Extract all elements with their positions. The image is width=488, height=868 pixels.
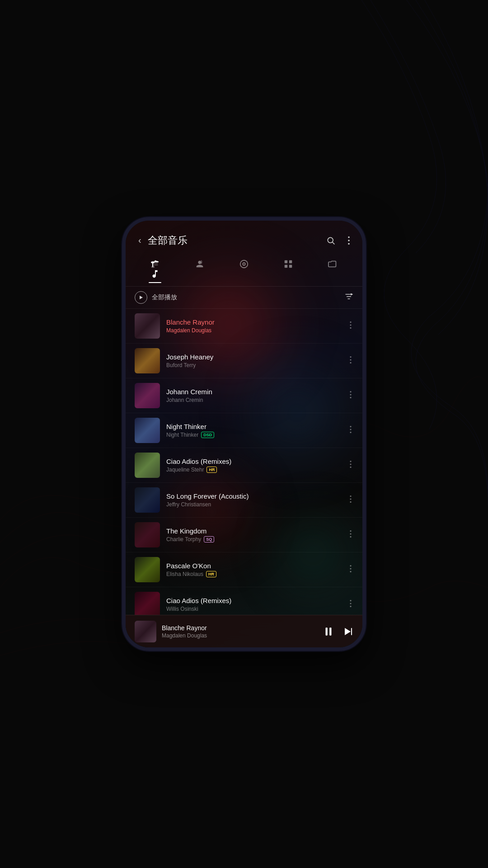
- svg-rect-42: [326, 627, 328, 635]
- more-menu-button[interactable]: [346, 235, 352, 246]
- quality-badge: HR: [206, 467, 217, 473]
- song-artist: Elisha Nikolaus HR: [166, 571, 342, 577]
- song-more-button[interactable]: [348, 492, 353, 509]
- svg-point-39: [350, 600, 351, 601]
- now-playing-info: Blanche Raynor Magdalen Douglas: [162, 624, 317, 639]
- now-playing-bar[interactable]: Blanche Raynor Magdalen Douglas: [126, 615, 362, 647]
- svg-point-27: [350, 461, 351, 462]
- song-more-button[interactable]: [348, 596, 353, 613]
- search-button[interactable]: [324, 234, 337, 247]
- svg-point-20: [350, 362, 351, 363]
- song-title: Joseph Heaney: [166, 353, 342, 361]
- now-playing-thumb: [135, 621, 156, 642]
- now-playing-title: Blanche Raynor: [162, 624, 317, 632]
- song-info: The Kingdom Charlie Torphy SQ: [166, 527, 342, 542]
- list-item[interactable]: Ciao Adios (Remixes) Jaqueline Stehr HR: [126, 448, 362, 483]
- song-title: Ciao Adios (Remixes): [166, 597, 342, 604]
- list-item[interactable]: Joseph Heaney Buford Terry: [126, 344, 362, 378]
- song-info: So Long Forever (Acoustic) Jeffry Christ…: [166, 492, 342, 508]
- song-more-button[interactable]: [348, 353, 353, 369]
- svg-marker-11: [140, 296, 143, 299]
- list-item[interactable]: The Kingdom Charlie Torphy SQ: [126, 518, 362, 552]
- song-thumbnail: [135, 313, 160, 339]
- svg-point-38: [350, 571, 351, 572]
- list-item[interactable]: Johann Cremin Johann Cremin: [126, 378, 362, 413]
- svg-point-40: [350, 603, 351, 604]
- svg-point-17: [350, 327, 351, 328]
- svg-point-25: [350, 429, 351, 430]
- svg-point-32: [350, 501, 351, 502]
- svg-point-34: [350, 533, 351, 534]
- song-artist: Johann Cremin: [166, 397, 342, 403]
- svg-point-35: [350, 536, 351, 537]
- song-artist: Buford Terry: [166, 362, 342, 368]
- svg-point-30: [350, 495, 351, 497]
- song-more-button[interactable]: [348, 422, 353, 439]
- svg-rect-7: [285, 260, 287, 263]
- svg-point-4: [348, 243, 350, 245]
- play-all-bar[interactable]: 全部播放: [126, 287, 362, 309]
- song-more-button[interactable]: [348, 318, 353, 335]
- song-more-button[interactable]: [348, 527, 353, 543]
- svg-point-21: [350, 391, 351, 392]
- song-info: Ciao Adios (Remixes) Jaqueline Stehr HR: [166, 458, 342, 473]
- song-title: Johann Cremin: [166, 388, 342, 396]
- list-item[interactable]: So Long Forever (Acoustic) Jeffry Christ…: [126, 483, 362, 518]
- tab-active-indicator: [149, 282, 161, 283]
- header-left: ‹ 全部音乐: [136, 233, 188, 247]
- song-thumbnail: [135, 592, 160, 615]
- song-info: Joseph Heaney Buford Terry: [166, 353, 342, 368]
- list-item[interactable]: Night Thinker Night Thinker DSD: [126, 413, 362, 448]
- song-info: Ciao Adios (Remixes) Willis Osinski: [166, 597, 342, 612]
- skip-next-button[interactable]: [343, 626, 353, 637]
- song-more-button[interactable]: [348, 387, 353, 404]
- header: ‹ 全部音乐: [126, 221, 362, 253]
- song-title: The Kingdom: [166, 527, 342, 535]
- svg-point-18: [350, 356, 351, 358]
- svg-rect-45: [351, 628, 352, 635]
- svg-point-3: [348, 240, 350, 241]
- svg-marker-44: [345, 628, 351, 635]
- svg-point-23: [350, 396, 351, 398]
- song-thumbnail: [135, 418, 160, 443]
- svg-rect-8: [289, 260, 292, 263]
- tab-folders[interactable]: [323, 256, 343, 283]
- list-item[interactable]: Ciao Adios (Remixes) Willis Osinski: [126, 587, 362, 615]
- song-more-button[interactable]: [348, 457, 353, 474]
- pause-button[interactable]: [323, 626, 334, 637]
- page-title: 全部音乐: [148, 234, 188, 247]
- tab-albums[interactable]: [234, 256, 254, 283]
- play-all-label: 全部播放: [152, 293, 177, 302]
- song-title: So Long Forever (Acoustic): [166, 492, 342, 500]
- nav-tabs: [126, 253, 362, 287]
- song-more-button[interactable]: [348, 561, 353, 578]
- now-playing-artist: Magdalen Douglas: [162, 632, 317, 639]
- svg-point-29: [350, 466, 351, 467]
- song-list: Blanche Raynor Magdalen Douglas Joseph H…: [126, 309, 362, 615]
- list-item[interactable]: Blanche Raynor Magdalen Douglas: [126, 309, 362, 344]
- svg-rect-43: [329, 627, 331, 635]
- tab-artists[interactable]: [189, 256, 210, 283]
- song-artist: Charlie Torphy SQ: [166, 536, 342, 542]
- song-artist: Jaqueline Stehr HR: [166, 467, 342, 473]
- svg-point-28: [350, 463, 351, 465]
- back-button[interactable]: ‹: [136, 233, 143, 247]
- svg-point-0: [328, 237, 333, 243]
- song-thumbnail: [135, 557, 160, 582]
- filter-icon[interactable]: [344, 292, 353, 303]
- song-thumbnail: [135, 348, 160, 373]
- tab-playlists[interactable]: [278, 256, 299, 283]
- song-info: Johann Cremin Johann Cremin: [166, 388, 342, 403]
- svg-point-37: [350, 568, 351, 569]
- list-item[interactable]: Pascale O'Kon Elisha Nikolaus HR: [126, 552, 362, 587]
- song-artist: Night Thinker DSD: [166, 432, 342, 438]
- tab-songs[interactable]: [145, 256, 165, 283]
- svg-point-15: [350, 321, 351, 323]
- song-info: Blanche Raynor Magdalen Douglas: [166, 318, 342, 334]
- song-title: Ciao Adios (Remixes): [166, 458, 342, 465]
- song-thumbnail: [135, 453, 160, 478]
- play-circle-icon: [135, 291, 147, 304]
- quality-badge: SQ: [204, 536, 214, 542]
- svg-point-33: [350, 530, 351, 532]
- song-title: Blanche Raynor: [166, 318, 342, 326]
